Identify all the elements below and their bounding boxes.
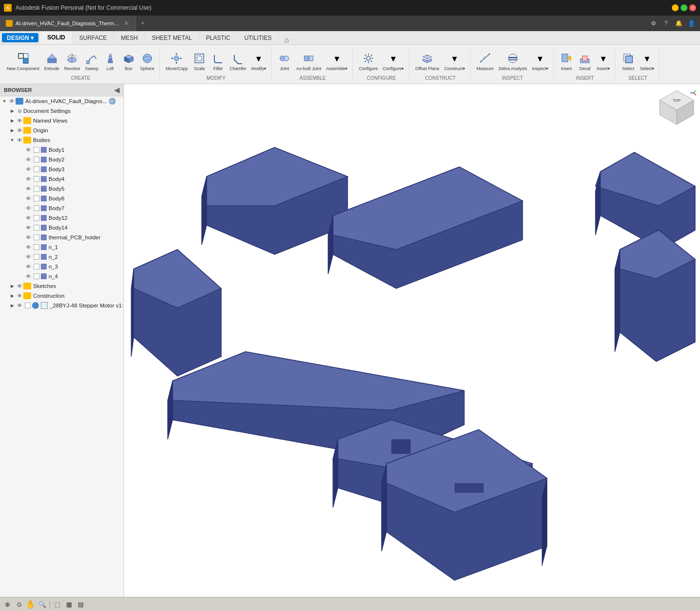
tab-utilities[interactable]: UTILITIES (238, 31, 279, 44)
eye-body3[interactable]: 👁 (24, 165, 32, 173)
move-button[interactable]: Move/Copy (164, 51, 190, 72)
insert-more-button[interactable]: ▾ Insert▾ (595, 51, 612, 72)
sweep-button[interactable]: Sweep (83, 51, 101, 72)
checkbox-body2[interactable] (34, 157, 39, 162)
tree-item-n3[interactable]: ▶ 👁 n_3 (0, 262, 123, 271)
select-more-button[interactable]: ▾ Select▾ (638, 51, 656, 72)
tab-mesh[interactable]: MESH (114, 31, 145, 44)
tree-item-sketches[interactable]: ▶ 👁 Sketches (0, 281, 123, 291)
checkbox-thermal-pcb[interactable] (34, 234, 39, 240)
grid-button[interactable]: ▦ (64, 599, 74, 610)
tab-surface[interactable]: SURFACE (72, 31, 114, 44)
loft-button[interactable]: Loft (102, 51, 119, 72)
eye-body14[interactable]: 👁 (24, 224, 32, 232)
checkbox-stepper-motor[interactable] (25, 303, 31, 308)
checkbox-body3[interactable] (34, 166, 39, 172)
tree-item-construction[interactable]: ▶ 👁 Construction (0, 291, 123, 301)
eye-thermal-pcb[interactable]: 👁 (24, 234, 32, 241)
configure-more-button[interactable]: ▾ Configure▾ (381, 51, 406, 72)
checkbox-body4[interactable] (34, 176, 39, 182)
display-mode-button[interactable]: ⬚ (52, 599, 63, 610)
tab-plastic[interactable]: PLASTIC (199, 31, 238, 44)
home-button[interactable]: ⌂ (280, 33, 294, 47)
inspect-more-button[interactable]: ▾ Inspect▾ (530, 51, 550, 72)
assemble-more-button[interactable]: ▾ Assemble▾ (324, 51, 350, 72)
tree-item-body2[interactable]: ▶ 👁 Body2 (0, 155, 123, 164)
offset-plane-button[interactable]: Offset Plane (413, 51, 441, 72)
eye-body6[interactable]: 👁 (24, 195, 32, 202)
eye-body1[interactable]: 👁 (24, 146, 32, 154)
expand-origin[interactable]: ▶ (9, 127, 16, 134)
checkbox-body6[interactable] (34, 196, 39, 201)
expand-bodies[interactable]: ▼ (9, 137, 16, 144)
tree-item-named-views[interactable]: ▶ 👁 Named Views (0, 116, 123, 126)
orbit-button[interactable]: ⊙ (14, 599, 24, 610)
tree-item-bodies[interactable]: ▼ 👁 Bodies (0, 135, 123, 145)
extrude-button[interactable]: Extrude (42, 51, 61, 72)
tree-item-body7[interactable]: ▶ 👁 Body7 (0, 203, 123, 213)
chamfer-button[interactable]: Chamfer (228, 51, 248, 72)
tree-item-body1[interactable]: ▶ 👁 Body1 (0, 145, 123, 155)
eye-origin[interactable]: 👁 (16, 126, 23, 134)
eye-body2[interactable]: 👁 (24, 156, 32, 163)
visual-style-button[interactable]: ▤ (75, 599, 86, 610)
tree-item-body12[interactable]: ▶ 👁 Body12 (0, 213, 123, 223)
eye-body12[interactable]: 👁 (24, 214, 32, 222)
eye-sketches[interactable]: 👁 (16, 282, 23, 290)
expand-stepper-motor[interactable]: ▶ (9, 302, 16, 309)
eye-n4[interactable]: 👁 (24, 272, 32, 280)
sphere-button[interactable]: Sphere (139, 51, 157, 72)
eye-stepper-motor[interactable]: 👁 (16, 302, 23, 309)
eye-body7[interactable]: 👁 (24, 204, 32, 212)
eye-construction[interactable]: 👁 (16, 292, 23, 300)
active-tab[interactable]: AI-driven_HVAC_Fault_Diagnosis_Thermal_I… (0, 16, 136, 31)
measure-button[interactable]: Measure (474, 51, 495, 72)
tab-solid[interactable]: SOLID (40, 31, 72, 44)
checkbox-body5[interactable] (34, 186, 39, 192)
as-built-joint-button[interactable]: As-built Joint (294, 51, 323, 72)
tab-close-button[interactable]: ✕ (123, 20, 130, 27)
revolve-button[interactable]: Revolve (62, 51, 82, 72)
eye-body4[interactable]: 👁 (24, 175, 32, 183)
insert-button[interactable]: Insert (558, 51, 575, 72)
checkbox-n2[interactable] (34, 254, 39, 260)
checkbox-body1[interactable] (34, 147, 39, 153)
checkbox-body7[interactable] (34, 205, 39, 211)
tree-item-body14[interactable]: ▶ 👁 Body14 (0, 223, 123, 233)
eye-n1[interactable]: 👁 (24, 243, 32, 251)
eye-doc-settings[interactable]: ⚙ (16, 107, 23, 115)
user-icon[interactable]: 👤 (686, 18, 696, 28)
tree-item-body5[interactable]: ▶ 👁 Body5 (0, 184, 123, 194)
tree-item-body3[interactable]: ▶ 👁 Body3 (0, 164, 123, 174)
tab-sheet-metal[interactable]: SHEET METAL (145, 31, 199, 44)
pan-button[interactable]: ✋ (25, 599, 36, 610)
new-component-button[interactable]: New Component (5, 51, 41, 72)
checkbox-n1[interactable] (34, 244, 39, 250)
browser-collapse-button[interactable]: ◀ (114, 86, 120, 94)
modify-more-button[interactable]: ▾ Modify▾ (249, 51, 269, 72)
joint-button[interactable]: Joint (276, 51, 293, 72)
eye-body5[interactable]: 👁 (24, 185, 32, 193)
configure-button[interactable]: Configure (357, 51, 380, 72)
tree-item-doc-settings[interactable]: ▶ ⚙ Document Settings (0, 106, 123, 116)
checkbox-n3[interactable] (34, 264, 39, 270)
tree-item-body4[interactable]: ▶ 👁 Body4 (0, 174, 123, 184)
viewport[interactable]: TOP (124, 84, 700, 597)
fillet-button[interactable]: Fillet (209, 51, 227, 72)
design-dropdown-button[interactable]: DESIGN ▾ (2, 33, 38, 42)
tree-item-n1[interactable]: ▶ 👁 n_1 (0, 242, 123, 252)
maximize-button[interactable]: □ (681, 4, 687, 11)
box-button[interactable]: Box (120, 51, 138, 72)
expand-doc-settings[interactable]: ▶ (9, 108, 16, 114)
fit-to-screen-button[interactable]: ⊕ (2, 599, 13, 610)
expand-named-views[interactable]: ▶ (9, 117, 16, 124)
expand-root[interactable]: ▼ (1, 98, 8, 105)
decal-button[interactable]: Decal (576, 51, 594, 72)
construct-more-button[interactable]: ▾ Construct▾ (442, 51, 468, 72)
navigation-cube[interactable]: TOP (657, 88, 696, 127)
help-icon[interactable]: ? (661, 18, 671, 28)
scale-button[interactable]: Scale (191, 51, 208, 72)
eye-n3[interactable]: 👁 (24, 263, 32, 270)
zebra-button[interactable]: Zebra Analysis (496, 51, 529, 72)
close-button[interactable]: ✕ (689, 4, 696, 11)
